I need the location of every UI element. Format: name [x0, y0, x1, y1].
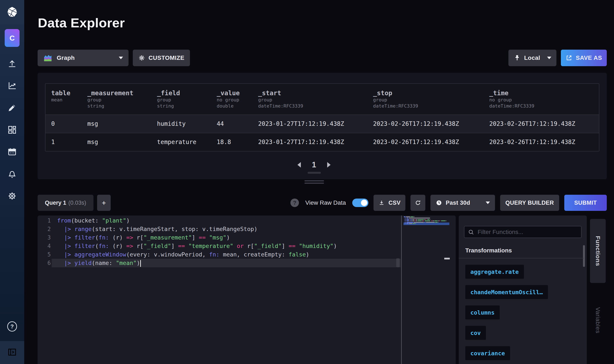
raw-data-panel: tablemean_measurementgroupstring_fieldgr… [38, 73, 607, 179]
clock-icon [435, 199, 442, 206]
area-chart-icon [43, 54, 53, 62]
gear-icon[interactable] [7, 191, 17, 201]
upload-icon[interactable] [7, 59, 17, 68]
editor-scrollbar-thumb[interactable] [396, 258, 400, 267]
calendar-icon[interactable] [7, 147, 17, 157]
influxdb-logo[interactable] [0, 0, 24, 24]
export-icon [566, 54, 572, 61]
table-row: 1msgtemperature18.82023-01-27T17:12:19.4… [45, 133, 599, 151]
view-raw-data-label: View Raw Data [305, 199, 346, 206]
column-header: tablemean [51, 84, 87, 115]
avatar[interactable]: C [5, 29, 20, 47]
function-item[interactable]: columns [465, 305, 500, 319]
question-icon[interactable]: ? [7, 322, 17, 331]
page-title: Data Explorer [38, 15, 125, 30]
sidebar-nav [0, 59, 24, 201]
tab-functions[interactable]: Functions [590, 219, 606, 283]
query-builder-label: QUERY BUILDER [505, 200, 554, 206]
view-raw-data-toggle[interactable] [352, 198, 368, 207]
pagination: 1 [282, 160, 346, 169]
expand-sidebar-icon [7, 347, 17, 358]
dashboards-icon[interactable] [7, 125, 17, 135]
query-builder-button[interactable]: QUERY BUILDER [500, 195, 559, 211]
editor-minimap[interactable] [404, 216, 449, 364]
functions-divider [459, 258, 584, 258]
scope-dropdown[interactable]: Local [508, 50, 557, 66]
line-number: 1 [38, 216, 51, 225]
customize-button[interactable]: CUSTOMIZE [133, 50, 190, 66]
code-line[interactable]: 5 |> aggregateWindow(every: v.windowPeri… [38, 250, 401, 259]
function-item[interactable]: covariance [465, 346, 510, 360]
line-number: 2 [38, 225, 51, 233]
table-cell: 1 [51, 133, 87, 151]
minimap-line [404, 223, 417, 224]
code-area[interactable]: 1from(bucket: "plant")2 |> range(start: … [38, 216, 401, 267]
column-header: _valueno groupdouble [217, 84, 258, 115]
time-range-dropdown[interactable]: Past 30d [431, 195, 495, 211]
function-item[interactable]: cov [465, 326, 486, 340]
refresh-button[interactable] [410, 195, 425, 211]
filter-functions-searchbox[interactable] [464, 226, 582, 238]
code-line[interactable]: 3 |> filter(fn: (r) => r["_measurement"]… [38, 233, 401, 242]
view-type-dropdown[interactable]: Graph [38, 50, 128, 66]
functions-list: aggregate.ratechandeMomentumOscill…colum… [465, 265, 548, 360]
table-cell: msg [87, 133, 157, 151]
graph-icon[interactable] [7, 81, 17, 91]
add-query-button[interactable]: + [97, 195, 111, 211]
flux-editor[interactable]: 1from(bucket: "plant")2 |> range(start: … [38, 216, 456, 364]
save-as-button[interactable]: SAVE AS [561, 50, 607, 66]
submit-label: SUBMIT [574, 200, 597, 206]
pencil-icon[interactable] [7, 103, 17, 113]
query-tab[interactable]: Query 1 (0.03s) [38, 195, 94, 211]
scope-label: Local [524, 54, 540, 61]
expand-sidebar-button[interactable] [0, 341, 24, 364]
refresh-icon [415, 199, 421, 206]
table-row: 0msghumidity442023-01-27T17:12:19.438Z20… [45, 115, 599, 133]
functions-category-label: Transformations [465, 247, 512, 254]
function-item[interactable]: aggregate.rate [465, 265, 524, 279]
filter-functions-input[interactable] [477, 228, 578, 236]
table-cell: 2023-02-26T17:12:19.438Z [489, 133, 599, 151]
column-header: _fieldgroupstring [157, 84, 217, 115]
view-type-label: Graph [57, 54, 75, 61]
pin-icon [514, 54, 521, 62]
bell-icon[interactable] [7, 169, 17, 179]
function-item[interactable]: chandeMomentumOscill… [465, 285, 548, 299]
tab-variables[interactable]: Variables [590, 300, 606, 340]
sidebar: C ? [0, 0, 24, 364]
line-number: 4 [38, 242, 51, 250]
next-page-icon[interactable] [327, 162, 331, 168]
table-header-row: tablemean_measurementgroupstring_fieldgr… [45, 84, 599, 115]
customize-label: CUSTOMIZE [149, 54, 184, 61]
functions-panel: Transformations aggregate.ratechandeMome… [459, 216, 587, 364]
text-cursor [140, 260, 141, 267]
submit-button[interactable]: SUBMIT [564, 195, 607, 211]
csv-button[interactable]: CSV [374, 195, 405, 211]
chevron-down-icon [486, 202, 490, 204]
minimap-line [404, 216, 415, 217]
tab-variables-label: Variables [594, 307, 601, 333]
code-line[interactable]: 6 |> yield(name: "mean") [38, 259, 401, 267]
column-header: _timeno groupdateTime:RFC3339 [489, 84, 599, 115]
column-header: _measurementgroupstring [87, 84, 157, 115]
chevron-down-icon [119, 57, 123, 59]
minimap-line [404, 221, 447, 221]
prev-page-icon[interactable] [297, 162, 301, 168]
gear-icon [138, 54, 145, 61]
pagination-scrollbar[interactable] [308, 172, 321, 174]
table-cell: 2023-02-26T17:12:19.438Z [373, 115, 489, 133]
code-line[interactable]: 4 |> filter(fn: (r) => r["_field"] == "t… [38, 242, 401, 250]
help-icon[interactable]: ? [291, 198, 299, 207]
page-number: 1 [312, 160, 316, 169]
panel-resize-handle[interactable] [305, 180, 324, 185]
table-cell: temperature [157, 133, 217, 151]
functions-scrollbar-thumb[interactable] [583, 245, 585, 267]
minimap-line [404, 222, 439, 223]
toggle-knob [361, 200, 367, 206]
table-cell: 2023-02-26T17:12:19.438Z [489, 115, 599, 133]
column-header: _startgroupdateTime:RFC3339 [258, 84, 373, 115]
code-line[interactable]: 2 |> range(start: v.timeRangeStart, stop… [38, 225, 401, 233]
minimap-line [404, 219, 431, 220]
minimap-slider[interactable] [444, 258, 450, 260]
code-line[interactable]: 1from(bucket: "plant") [38, 216, 401, 225]
